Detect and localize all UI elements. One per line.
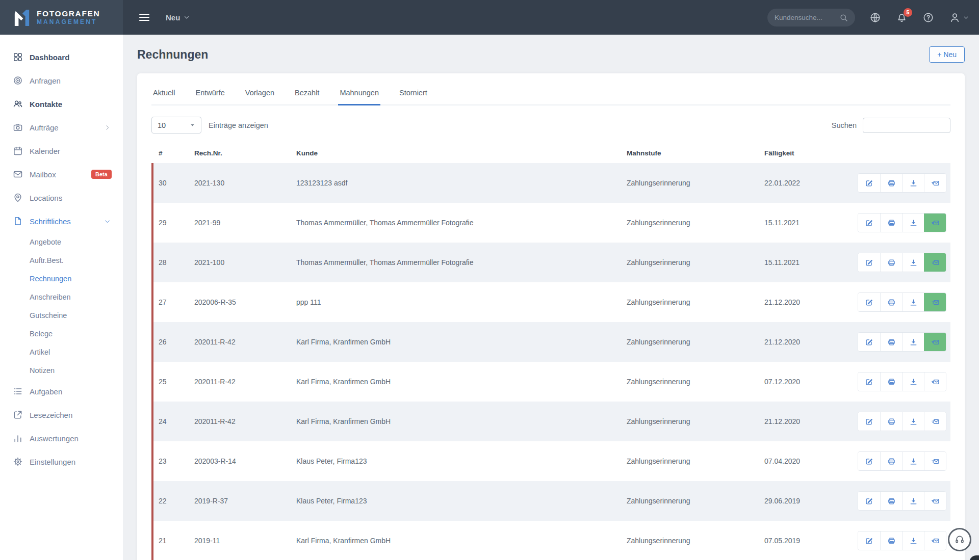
send-button[interactable] (924, 531, 946, 550)
sidebar-subitem-auftr-best[interactable]: Auftr.Best. (0, 251, 123, 270)
edit-icon (865, 378, 873, 386)
sidebar-subitem-belege[interactable]: Belege (0, 325, 123, 343)
row-id: 30 (159, 179, 194, 187)
print-button[interactable] (880, 531, 902, 550)
sidebar-item-dashboard[interactable]: Dashboard (0, 45, 123, 69)
sidebar-subitem-angebote[interactable]: Angebote (0, 233, 123, 251)
edit-button[interactable] (858, 174, 880, 192)
print-button[interactable] (880, 214, 902, 232)
edit-button[interactable] (858, 492, 880, 510)
column-header-kunde: Kunde (296, 149, 627, 157)
download-button[interactable] (902, 293, 924, 311)
calendar-icon (13, 146, 23, 156)
support-button[interactable] (948, 528, 971, 551)
download-button[interactable] (902, 333, 924, 351)
edit-button[interactable] (858, 452, 880, 470)
sidebar-subitem-notizen[interactable]: Notizen (0, 361, 123, 380)
print-button[interactable] (880, 333, 902, 351)
sidebar-item-anfragen[interactable]: Anfragen (0, 69, 123, 92)
edit-button[interactable] (858, 253, 880, 272)
sidebar-item-kontakte[interactable]: Kontakte (0, 92, 123, 116)
table-search-input[interactable] (863, 118, 950, 133)
app-logo[interactable]: FOTOGRAFEN MANAGEMENT (0, 0, 123, 35)
customer-name: 123123123 asdf (296, 179, 627, 187)
column-header-rech-nr: Rech.Nr. (194, 149, 296, 157)
table-search-label: Suchen (832, 121, 857, 129)
sidebar-item-label: Einstellungen (30, 458, 75, 466)
sidebar-subitem-gutscheine[interactable]: Gutscheine (0, 306, 123, 325)
send-button[interactable] (924, 333, 946, 351)
print-button[interactable] (880, 412, 902, 431)
sidebar-item-locations[interactable]: Locations (0, 186, 123, 209)
globe-icon[interactable] (869, 12, 881, 23)
send-button[interactable] (924, 253, 946, 272)
tab-vorlagen[interactable]: Vorlagen (244, 89, 276, 105)
download-button[interactable] (902, 174, 924, 192)
new-invoice-button[interactable]: + Neu (929, 46, 965, 63)
due-date: 21.12.2020 (764, 417, 848, 425)
help-icon[interactable] (922, 12, 934, 23)
download-button[interactable] (902, 492, 924, 510)
edit-button[interactable] (858, 214, 880, 232)
notifications-bell-icon[interactable]: 5 (896, 12, 908, 23)
print-button[interactable] (880, 253, 902, 272)
tab-storniert[interactable]: Storniert (398, 89, 429, 105)
edit-button[interactable] (858, 372, 880, 391)
sidebar-item-aufträge[interactable]: Aufträge (0, 116, 123, 139)
hamburger-menu-icon[interactable] (138, 11, 150, 23)
send-button[interactable] (924, 293, 946, 311)
edit-icon (865, 219, 873, 227)
row-actions (848, 213, 950, 232)
sidebar-subitem-anschreiben[interactable]: Anschreiben (0, 288, 123, 306)
sidebar-item-auswertungen[interactable]: Auswertungen (0, 426, 123, 450)
user-menu[interactable] (949, 12, 969, 23)
print-button[interactable] (880, 174, 902, 192)
print-button[interactable] (880, 492, 902, 510)
edit-button[interactable] (858, 333, 880, 351)
sidebar-item-schriftliches[interactable]: Schriftliches (0, 209, 123, 233)
tab-mahnungen[interactable]: Mahnungen (338, 89, 380, 105)
print-button[interactable] (880, 372, 902, 391)
invoice-number: 202011-R-42 (194, 338, 296, 346)
sidebar-item-kalender[interactable]: Kalender (0, 139, 123, 163)
sidebar-item-lesezeichen[interactable]: Lesezeichen (0, 403, 123, 426)
sidebar-item-einstellungen[interactable]: Einstellungen (0, 450, 123, 473)
customer-name: Klaus Peter, Firma123 (296, 497, 627, 505)
sidebar-subitem-rechnungen[interactable]: Rechnungen (0, 270, 123, 288)
dunning-level: Zahlungserinnerung (627, 338, 764, 346)
send-button[interactable] (924, 492, 946, 510)
tab-bezahlt[interactable]: Bezahlt (293, 89, 321, 105)
invoice-row: 282021-100Thomas Ammermüller, Thomas Amm… (151, 243, 950, 282)
print-button[interactable] (880, 452, 902, 470)
sidebar-subitem-artikel[interactable]: Artikel (0, 343, 123, 361)
download-button[interactable] (902, 372, 924, 391)
download-button[interactable] (902, 452, 924, 470)
edit-button[interactable] (858, 412, 880, 431)
edit-button[interactable] (858, 293, 880, 311)
dunning-level: Zahlungserinnerung (627, 219, 764, 227)
send-button[interactable] (924, 214, 946, 232)
dunning-level: Zahlungserinnerung (627, 457, 764, 465)
customer-search-input[interactable] (775, 14, 839, 21)
sidebar-item-mailbox[interactable]: MailboxBeta (0, 163, 123, 186)
download-button[interactable] (902, 214, 924, 232)
tab-entwürfe[interactable]: Entwürfe (194, 89, 226, 105)
download-button[interactable] (902, 253, 924, 272)
dunning-level: Zahlungserinnerung (627, 497, 764, 505)
print-button[interactable] (880, 293, 902, 311)
search-icon[interactable] (839, 13, 848, 22)
download-button[interactable] (902, 412, 924, 431)
sidebar-item-label: Lesezeichen (30, 411, 72, 419)
sidebar-item-aufgaben[interactable]: Aufgaben (0, 380, 123, 403)
page-size-select[interactable]: 10 (151, 117, 201, 134)
sidebar-item-label: Locations (30, 194, 62, 202)
gear-icon (13, 457, 23, 467)
send-button[interactable] (924, 412, 946, 431)
send-button[interactable] (924, 372, 946, 391)
download-button[interactable] (902, 531, 924, 550)
new-dropdown[interactable]: Neu (166, 13, 190, 22)
send-button[interactable] (924, 174, 946, 192)
tab-aktuell[interactable]: Aktuell (151, 89, 177, 105)
edit-button[interactable] (858, 531, 880, 550)
send-button[interactable] (924, 452, 946, 470)
